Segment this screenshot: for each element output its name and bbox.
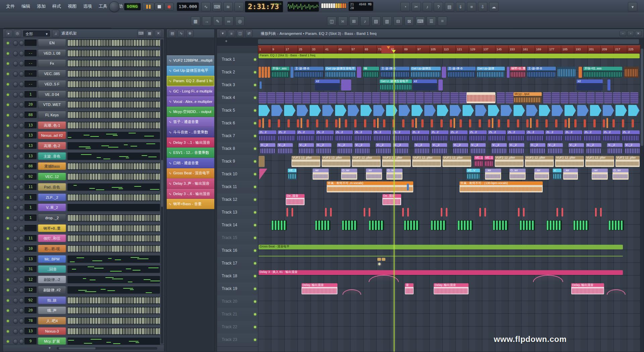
- pan-knob[interactable]: [13, 216, 18, 221]
- time-display[interactable]: 2:31:73 M:S:CS: [245, 1, 283, 12]
- step-cell[interactable]: [114, 225, 117, 231]
- step-cell[interactable]: [145, 112, 147, 118]
- step-cell[interactable]: [137, 235, 139, 241]
- step-cell[interactable]: [93, 297, 95, 303]
- step-cell[interactable]: [98, 60, 100, 66]
- step-cell[interactable]: [70, 297, 73, 303]
- track-header[interactable]: Track 6: [217, 117, 258, 130]
- step-cell[interactable]: [112, 92, 114, 98]
- clip[interactable]: [507, 67, 509, 78]
- clip[interactable]: [262, 118, 264, 128]
- step-cell[interactable]: [82, 60, 84, 66]
- clip[interactable]: [268, 119, 271, 127]
- step-cell[interactable]: [109, 102, 111, 108]
- clip[interactable]: [342, 289, 361, 295]
- step-cell[interactable]: [142, 174, 144, 180]
- step-cell[interactable]: [128, 112, 130, 118]
- channel-button[interactable]: 高潮..色-2: [38, 142, 66, 150]
- menu-item[interactable]: 工具: [95, 0, 111, 12]
- channel-led[interactable]: [7, 155, 9, 158]
- clip[interactable]: ZL..2: [584, 130, 601, 141]
- step-cell[interactable]: [147, 102, 150, 108]
- step-cell[interactable]: [103, 246, 106, 252]
- step-cell[interactable]: [128, 174, 130, 180]
- step-cell[interactable]: [145, 215, 147, 221]
- step-cell[interactable]: [95, 194, 98, 200]
- step-cell[interactable]: [158, 50, 160, 56]
- pan-knob[interactable]: [13, 71, 18, 76]
- step-cell[interactable]: [120, 40, 122, 46]
- step-cell[interactable]: [147, 71, 150, 77]
- step-cell[interactable]: [103, 225, 106, 231]
- step-cell[interactable]: [90, 235, 92, 241]
- step-cell[interactable]: [87, 102, 89, 108]
- clip[interactable]: [459, 92, 467, 103]
- song-mode-toggle[interactable]: SONG: [124, 3, 141, 10]
- menu-item[interactable]: 编辑: [18, 0, 34, 12]
- track-header[interactable]: Track 9: [217, 155, 258, 168]
- step-grid[interactable]: [67, 163, 160, 170]
- step-cell[interactable]: [68, 60, 70, 66]
- step-cell[interactable]: [147, 50, 150, 56]
- step-cell[interactable]: [139, 246, 142, 252]
- step-cell[interactable]: [125, 71, 128, 77]
- clip[interactable]: Delay..输出混音: [434, 283, 469, 294]
- pan-knob[interactable]: [13, 185, 18, 190]
- collapse-icon[interactable]: ▸: [5, 30, 12, 37]
- step-cell[interactable]: [145, 246, 147, 252]
- step-cell[interactable]: [153, 246, 155, 252]
- clip[interactable]: [479, 208, 481, 217]
- step-cell[interactable]: [156, 318, 158, 324]
- pan-knob[interactable]: [13, 51, 18, 56]
- step-cell[interactable]: [106, 307, 109, 313]
- step-cell[interactable]: [90, 102, 92, 108]
- channel-button[interactable]: VED..L 08: [38, 49, 66, 57]
- channel-led[interactable]: [7, 299, 9, 302]
- step-cell[interactable]: [70, 40, 73, 46]
- clip[interactable]: V.._2: [316, 143, 331, 154]
- track-led[interactable]: [254, 224, 256, 226]
- clip[interactable]: [604, 92, 612, 103]
- step-cell[interactable]: [139, 297, 142, 303]
- step-cell[interactable]: [137, 92, 139, 98]
- step-cell[interactable]: [68, 102, 70, 108]
- clip[interactable]: [337, 92, 345, 103]
- clip[interactable]: [565, 105, 576, 116]
- step-cell[interactable]: [134, 235, 136, 241]
- step-cell[interactable]: [120, 297, 122, 303]
- step-cell[interactable]: [114, 307, 117, 313]
- step-cell[interactable]: [114, 40, 117, 46]
- track-header[interactable]: Track 5: [217, 104, 258, 117]
- step-cell[interactable]: [123, 194, 125, 200]
- step-cell[interactable]: [150, 102, 153, 108]
- clip[interactable]: [373, 119, 376, 127]
- step-cell[interactable]: [117, 71, 119, 77]
- channel-led[interactable]: [7, 186, 9, 188]
- step-cell[interactable]: [139, 225, 142, 231]
- clip[interactable]: [345, 119, 347, 127]
- step-cell[interactable]: [101, 71, 103, 77]
- clip[interactable]: Get Up-旋律压: [411, 67, 441, 78]
- channel-led[interactable]: [7, 176, 9, 178]
- volume-knob[interactable]: [19, 143, 24, 149]
- step-cell[interactable]: [120, 215, 122, 221]
- step-cell[interactable]: [87, 81, 89, 87]
- step-cell[interactable]: [68, 163, 70, 169]
- step-cell[interactable]: [128, 215, 130, 221]
- clip[interactable]: [530, 118, 532, 128]
- step-cell[interactable]: [125, 102, 128, 108]
- clip[interactable]: ZL..2: [431, 130, 448, 141]
- step-cell[interactable]: [150, 215, 153, 221]
- step-cell[interactable]: [120, 102, 122, 108]
- step-cell[interactable]: [79, 60, 81, 66]
- step-cell[interactable]: [76, 225, 78, 231]
- step-cell[interactable]: [70, 102, 73, 108]
- step-grid[interactable]: [67, 214, 160, 222]
- clip[interactable]: ZL..2: [297, 130, 315, 141]
- save-icon[interactable]: ▤: [445, 2, 454, 11]
- step-cell[interactable]: [112, 318, 114, 324]
- step-cell[interactable]: [109, 246, 111, 252]
- step-cell[interactable]: [145, 81, 147, 87]
- step-cell[interactable]: [98, 174, 100, 180]
- step-cell[interactable]: [87, 246, 89, 252]
